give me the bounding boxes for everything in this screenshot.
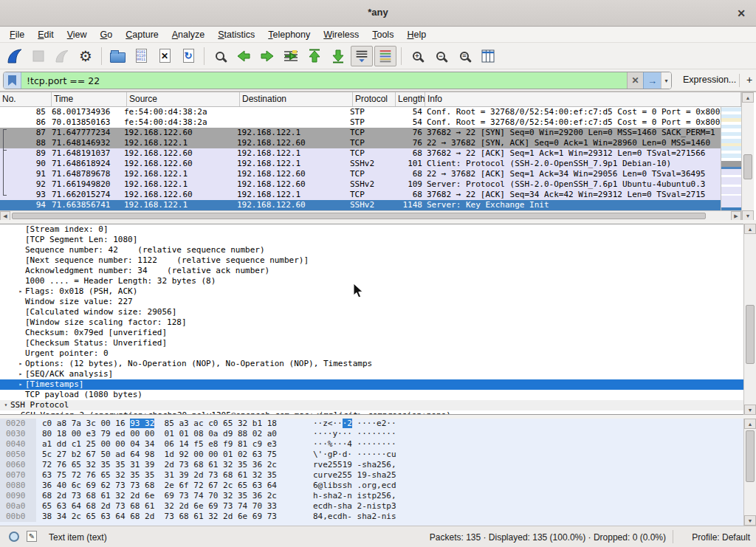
detail-line[interactable]: Acknowledgment number: 34 (relative ack …	[0, 266, 756, 276]
detail-line[interactable]: Urgent pointer: 0	[0, 348, 756, 359]
detail-line[interactable]: ▸Flags: 0x018 (PSH, ACK)	[0, 286, 756, 297]
close-file-icon[interactable]: ✕	[154, 46, 176, 66]
menu-file[interactable]: File	[3, 27, 31, 43]
packet-row[interactable]: 8971.648191037192.168.122.60192.168.122.…	[0, 148, 721, 159]
hex-ascii[interactable]: 84,ecdh- sha2-nis	[307, 512, 396, 522]
hex-bytes[interactable]: a1 dd c1 25 00 00 04 34 06 14 f5 e8 f9 8…	[36, 439, 307, 450]
capture-options-icon[interactable]: ⚙	[75, 46, 97, 66]
menu-analyze[interactable]: Analyze	[165, 27, 211, 43]
column-destination[interactable]: Destination	[240, 92, 353, 106]
hex-bytes[interactable]: 85 a3 ac c0 65 32 b1 18	[154, 419, 277, 428]
go-to-packet-icon[interactable]	[280, 46, 302, 66]
resize-columns-icon[interactable]	[477, 46, 499, 66]
scroll-down-icon[interactable]: ▼	[742, 210, 754, 221]
menu-tools[interactable]: Tools	[365, 27, 400, 43]
capture-comment-icon[interactable]: ✎	[27, 531, 37, 542]
reload-file-icon[interactable]: ↻	[177, 46, 199, 66]
scroll-down-icon[interactable]: ▼	[744, 515, 756, 526]
scroll-up-icon[interactable]: ▲	[744, 419, 756, 429]
hex-bytes[interactable]: c0 a8 7a 3c 00 16	[42, 419, 130, 428]
detail-line-selected[interactable]: ▸[Timestamps]	[0, 379, 756, 390]
hex-bytes[interactable]: 5c 27 b2 67 50 ad 64 98 1d 92 00 00 01 0…	[36, 450, 307, 460]
packet-row-selected[interactable]: 9471.663856741192.168.122.1192.168.122.6…	[0, 200, 721, 210]
find-packet-icon[interactable]	[209, 46, 231, 66]
packet-row[interactable]: 8568.001734936fe:54:00:d4:38:2aSTP54Conf…	[0, 107, 721, 117]
hex-ascii[interactable]: curve255 19-sha25	[307, 470, 396, 481]
column-protocol[interactable]: Protocol	[353, 92, 396, 106]
column-source[interactable]: Source	[127, 92, 240, 106]
hex-row[interactable]: 0040a1 dd c1 25 00 00 04 34 06 14 f5 e8 …	[0, 439, 756, 450]
menu-statistics[interactable]: Statistics	[211, 27, 261, 43]
close-icon[interactable]: ✕	[734, 6, 749, 21]
scrollbar-thumb[interactable]	[743, 154, 752, 179]
column-no[interactable]: No.	[0, 92, 52, 106]
packet-row[interactable]: 9171.648789678192.168.122.1192.168.122.6…	[0, 169, 721, 179]
column-info[interactable]: Info	[425, 92, 741, 106]
zoom-out-icon[interactable]: −	[430, 46, 452, 66]
hex-ascii[interactable]: ····e2··	[352, 419, 396, 428]
scrollbar-thumb[interactable]	[746, 430, 755, 482]
hex-ascii[interactable]: ··z<··	[313, 419, 343, 428]
detail-line[interactable]: 1000 .... = Header Length: 32 bytes (8)	[0, 276, 756, 286]
detail-line[interactable]: [Window size scaling factor: 128]	[0, 317, 756, 328]
hex-ascii[interactable]: ····y··· ········	[307, 429, 396, 439]
hex-bytes[interactable]: 72 76 65 32 35 35 31 39 2d 73 68 61 32 3…	[36, 460, 307, 470]
detail-line[interactable]: ▸Options: (12 bytes), No-Operation (NOP)…	[0, 359, 756, 369]
start-capture-icon[interactable]	[4, 46, 26, 66]
packet-row[interactable]: 9071.648618924192.168.122.60192.168.122.…	[0, 159, 721, 169]
packet-list-scrollbar[interactable]: ▲ ▼	[741, 92, 754, 221]
next-packet-icon[interactable]	[256, 46, 278, 66]
scroll-up-icon[interactable]: ▲	[742, 92, 754, 103]
hex-bytes[interactable]: 68 2d 73 68 61 32 2d 6e 69 73 74 70 32 3…	[36, 491, 307, 501]
detail-line[interactable]: Checksum: 0x79ed [unverified]	[0, 328, 756, 338]
colorize-icon[interactable]	[374, 46, 396, 66]
display-filter-input[interactable]: !tcp.port == 22	[21, 72, 627, 89]
detail-line[interactable]: [Calculated window size: 29056]	[0, 307, 756, 317]
intelligent-scrollbar-minimap[interactable]	[721, 107, 741, 210]
add-filter-button[interactable]: +	[744, 72, 755, 87]
hex-ascii[interactable]: h-sha2-n istp256,	[307, 491, 396, 501]
menu-help[interactable]: Help	[400, 27, 433, 43]
hex-row[interactable]: 00b038 34 2c 65 63 64 68 2d 73 68 61 32 …	[0, 512, 756, 522]
hex-ascii[interactable]: rve25519 -sha256,	[307, 460, 396, 470]
title-bar[interactable]: *any ✕	[0, 0, 756, 27]
hex-row[interactable]: 00a065 63 64 68 2d 73 68 61 32 2d 6e 69 …	[0, 501, 756, 512]
packet-row[interactable]: 8670.013850163fe:54:00:d4:38:2aSTP54Conf…	[0, 117, 721, 128]
menu-capture[interactable]: Capture	[119, 27, 165, 43]
hex-row[interactable]: 003080 18 00 e3 79 ed 00 00 01 01 08 0a …	[0, 429, 756, 439]
packet-row[interactable]: 9271.661949820192.168.122.1192.168.122.6…	[0, 179, 721, 190]
detail-line[interactable]: Sequence number: 42 (relative sequence n…	[0, 245, 756, 255]
packet-row[interactable]: 8871.648146932192.168.122.1192.168.122.6…	[0, 138, 721, 148]
detail-line[interactable]: ▸[SEQ/ACK analysis]	[0, 369, 756, 379]
hex-row[interactable]: 008036 40 6c 69 62 73 73 68 2e 6f 72 67 …	[0, 481, 756, 491]
scroll-up-icon[interactable]: ▲	[744, 224, 756, 234]
last-packet-icon[interactable]	[327, 46, 349, 66]
zoom-in-icon[interactable]: +	[406, 46, 428, 66]
menu-view[interactable]: View	[61, 27, 94, 43]
status-profile[interactable]: Profile: Default	[692, 532, 750, 543]
menu-edit[interactable]: Edit	[31, 27, 61, 43]
hex-bytes[interactable]: 80 18 00 e3 79 ed 00 00 01 01 08 0a d9 8…	[36, 429, 307, 439]
hex-row[interactable]: 006072 76 65 32 35 35 31 39 2d 73 68 61 …	[0, 460, 756, 470]
detail-line[interactable]: ▾SSH Protocol	[0, 400, 756, 410]
hex-bytes[interactable]: 65 63 64 68 2d 73 68 61 32 2d 6e 69 73 7…	[36, 501, 307, 512]
save-file-icon[interactable]: 010101100011	[130, 46, 152, 66]
hex-ascii[interactable]: 6@libssh .org,ecd	[307, 481, 396, 491]
zoom-normal-icon[interactable]: =	[453, 46, 475, 66]
filter-bookmark-icon[interactable]	[4, 72, 21, 89]
hex-ascii[interactable]: ecdh-sha 2-nistp3	[307, 501, 396, 512]
menu-telephony[interactable]: Telephony	[261, 27, 317, 43]
detail-line[interactable]: [TCP Segment Len: 1080]	[0, 235, 756, 245]
hex-selected-bytes[interactable]: 93 32	[130, 419, 154, 428]
hex-row[interactable]: 009068 2d 73 68 61 32 2d 6e 69 73 74 70 …	[0, 491, 756, 501]
expression-button[interactable]: Expression...	[683, 75, 736, 85]
filter-history-caret-icon[interactable]: ▾	[661, 72, 671, 89]
column-length[interactable]: Length	[396, 92, 425, 106]
hex-bytes[interactable]: 63 75 72 76 65 32 35 35 31 39 2d 73 68 6…	[36, 470, 307, 481]
detail-line[interactable]: TCP payload (1080 bytes)	[0, 390, 756, 400]
detail-line[interactable]: [Next sequence number: 1122 (relative se…	[0, 255, 756, 266]
scrollbar-thumb[interactable]	[12, 213, 706, 219]
menu-wireless[interactable]: Wireless	[317, 27, 365, 43]
detail-line[interactable]: [Checksum Status: Unverified]	[0, 338, 756, 348]
hex-bytes[interactable]: 36 40 6c 69 62 73 73 68 2e 6f 72 67 2c 6…	[36, 481, 307, 491]
